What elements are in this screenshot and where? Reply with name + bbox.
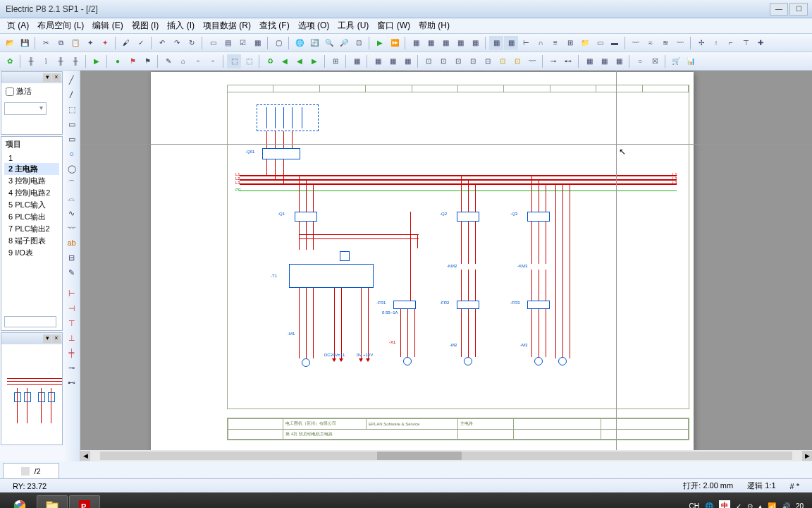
scroll-left-button[interactable]: ◀ [80, 451, 90, 461]
menu-projectdata[interactable]: 项目数据 (R) [199, 18, 255, 33]
maximize-button[interactable]: ☐ [789, 3, 808, 16]
tool-check[interactable]: ✓ [134, 36, 148, 50]
tool2-sel[interactable]: ⬚ [242, 54, 256, 68]
tray-icon1[interactable]: ✓ [736, 502, 742, 509]
tree-item-9[interactable]: 9 I/O表 [4, 247, 59, 259]
tool-align[interactable]: ≡ [548, 36, 562, 50]
vtool-line[interactable]: ╱ [66, 73, 78, 86]
menu-layout[interactable]: 布局空间 (L) [33, 18, 88, 33]
tool2-dot[interactable]: ● [111, 54, 125, 68]
tool2-g2[interactable]: ▦ [597, 54, 611, 68]
tool-redo2[interactable]: ↻ [185, 36, 199, 50]
tool-cut[interactable]: ✂ [39, 36, 53, 50]
tool-open[interactable]: 📂 [3, 36, 17, 50]
tool-table5[interactable]: ▦ [468, 36, 482, 50]
vtool-terminal5[interactable]: ╪ [66, 346, 78, 359]
tool-corner[interactable]: ⌐ [724, 36, 738, 50]
tool2-c7[interactable]: ⊡ [510, 54, 524, 68]
tool-wave4[interactable]: 〰 [673, 36, 687, 50]
vtool-circle[interactable]: ○ [66, 147, 78, 160]
scroll-thumb[interactable] [377, 452, 462, 460]
taskbar-explorer[interactable] [37, 495, 68, 508]
vtool-terminal1[interactable]: ⊢ [66, 287, 78, 300]
tool2-cursor[interactable]: ⬚ [227, 54, 241, 68]
tool2-o1[interactable]: ○ [633, 54, 647, 68]
tool2-back2[interactable]: ◀ [293, 54, 307, 68]
vtool-rect2[interactable]: ▭ [66, 133, 78, 145]
tool-refresh[interactable]: 🔄 [307, 36, 321, 50]
tool-newpage[interactable]: ✦ [98, 36, 112, 50]
vtool-text[interactable]: ab [66, 236, 78, 249]
vtool-terminal3[interactable]: ⊤ [66, 317, 78, 329]
tool2-c4[interactable]: ⊡ [466, 54, 480, 68]
tool-check2[interactable]: ☑ [235, 36, 250, 50]
tool2-back[interactable]: ◀ [278, 54, 292, 68]
horizontal-scrollbar[interactable]: ◀ ▶ [80, 450, 812, 461]
tree-item-5[interactable]: 5 PLC输入 [4, 199, 59, 211]
tool-btn[interactable]: ▬ [608, 36, 622, 50]
vtool-ellipse[interactable]: ◯ [66, 162, 78, 175]
tool-table3[interactable]: ▦ [438, 36, 453, 50]
vtool-arc2[interactable]: ⌓ [66, 192, 78, 205]
tool-tee[interactable]: ⊤ [739, 36, 753, 50]
tool-brush[interactable]: 🖌 [119, 36, 133, 50]
tool-window[interactable]: ▭ [206, 36, 220, 50]
tool2-gear[interactable]: ✿ [3, 54, 17, 68]
tool-list[interactable]: ▤ [221, 36, 235, 50]
tool-form[interactable]: ▢ [271, 36, 285, 50]
tool2-chart[interactable]: 📊 [684, 54, 698, 68]
preview-canvas[interactable] [1, 344, 62, 445]
tool-sel2[interactable]: ▦ [504, 36, 518, 50]
tool2-flag[interactable]: ⚑ [125, 54, 140, 68]
tool2-sym4[interactable]: ╫ [68, 54, 82, 68]
preview-pin-icon[interactable]: ▾ [43, 334, 51, 343]
tool2-sym2[interactable]: ⦚ [39, 54, 53, 68]
vtool-arc[interactable]: ⌒ [66, 177, 78, 190]
page-tab-2[interactable]: /2 [3, 463, 59, 478]
tree-item-6[interactable]: 6 PLC输出 [4, 211, 59, 223]
tray-icon3[interactable]: ▴ [758, 502, 762, 509]
pin-icon[interactable]: ▾ [43, 73, 51, 82]
tool2-play[interactable]: ▶ [90, 54, 104, 68]
menu-options[interactable]: 选项 (O) [294, 18, 334, 33]
tool-undo[interactable]: ↶ [155, 36, 169, 50]
tree-item-7[interactable]: 7 PLC输出2 [4, 223, 59, 235]
tool2-flag2[interactable]: ⚑ [140, 54, 154, 68]
tool-globe[interactable]: 🌐 [293, 36, 307, 50]
filter-combo[interactable] [4, 102, 47, 115]
menu-page[interactable]: 页 (A) [3, 18, 33, 33]
minimize-button[interactable]: — [770, 3, 788, 16]
tool-table1[interactable]: ▦ [409, 36, 423, 50]
tool2-comp1[interactable]: ▦ [350, 54, 364, 68]
tool-next[interactable]: ⏩ [388, 36, 402, 50]
tray-volume-icon[interactable]: 🔊 [782, 502, 790, 509]
tool-redo[interactable]: ↷ [170, 36, 184, 50]
vtool-terminal7[interactable]: ⊷ [66, 376, 78, 389]
tool-grid[interactable]: ▦ [250, 36, 264, 50]
activate-checkbox[interactable] [6, 87, 14, 96]
vtool-curve[interactable]: 〰 [66, 222, 78, 234]
tree-filter-input[interactable] [4, 316, 56, 327]
tree-item-8[interactable]: 8 端子图表 [4, 235, 59, 247]
tool-dim[interactable]: ⊢ [519, 36, 533, 50]
tree-item-1[interactable]: 1 [4, 153, 59, 163]
tool2-wiz[interactable]: ✎ [161, 54, 176, 68]
tool2-c1[interactable]: ⊡ [422, 54, 436, 68]
vtool-terminal4[interactable]: ⊥ [66, 332, 78, 344]
tool-snap[interactable]: ∩ [534, 36, 548, 50]
tray-ime1[interactable]: CH [689, 502, 699, 509]
vtool-terminal2[interactable]: ⊣ [66, 302, 78, 315]
tool-folder[interactable]: 📁 [578, 36, 592, 50]
tool2-c6[interactable]: ⊡ [496, 54, 510, 68]
tool2-comp4[interactable]: ▦ [400, 54, 414, 68]
tool2-grid1[interactable]: ⊞ [328, 54, 343, 68]
tool-rect[interactable]: ▭ [593, 36, 607, 50]
menu-insert[interactable]: 插入 (I) [163, 18, 199, 33]
tree-item-4[interactable]: 4 控制电路2 [4, 187, 59, 199]
tool-new[interactable]: ✦ [83, 36, 97, 50]
tool2-sym3[interactable]: ╫ [54, 54, 68, 68]
tool-copy[interactable]: ⧉ [54, 36, 68, 50]
vtool-select[interactable]: ⬚ [66, 103, 78, 116]
tool2-g1[interactable]: ▦ [582, 54, 596, 68]
menu-tools[interactable]: 工具 (U) [333, 18, 373, 33]
